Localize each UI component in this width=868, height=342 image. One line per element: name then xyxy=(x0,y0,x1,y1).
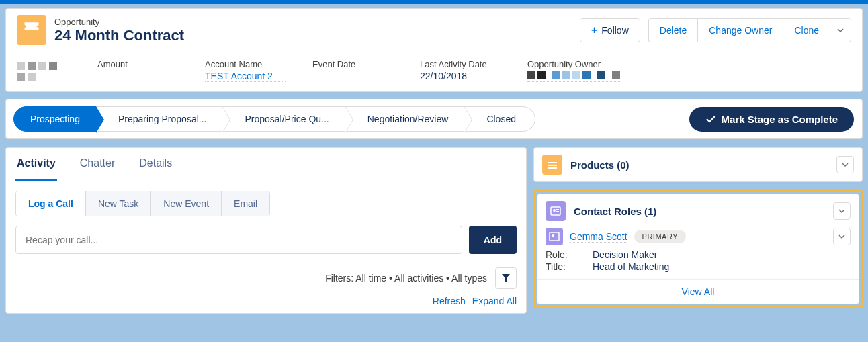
contact-roles-highlight: Contact Roles (1) Gemma Scott PRIMARY xyxy=(533,190,863,308)
svg-point-4 xyxy=(553,209,556,212)
more-actions-button[interactable] xyxy=(830,18,851,42)
last-activity-value: 22/10/2018 xyxy=(420,71,501,81)
account-name-label: Account Name xyxy=(205,59,286,69)
title-label: Title: xyxy=(546,261,593,272)
owner-value[interactable] xyxy=(527,71,620,82)
path-stage-2[interactable]: Proposal/Price Qu... xyxy=(222,106,345,132)
expand-all-link[interactable]: Expand All xyxy=(472,296,517,306)
tab-chatter[interactable]: Chatter xyxy=(79,148,116,181)
products-title[interactable]: Products (0) xyxy=(570,159,836,171)
subtab-email[interactable]: Email xyxy=(222,191,269,216)
svg-rect-6 xyxy=(556,211,559,212)
title-value: Head of Marketing xyxy=(593,261,851,272)
opportunity-icon xyxy=(17,15,46,45)
tab-details[interactable]: Details xyxy=(138,148,173,181)
primary-badge: PRIMARY xyxy=(634,230,686,243)
svg-rect-0 xyxy=(548,162,557,163)
contact-roles-icon xyxy=(546,201,566,221)
subtab-new-task[interactable]: New Task xyxy=(86,191,151,216)
role-label: Role: xyxy=(546,249,593,260)
contact-row-menu-button[interactable] xyxy=(833,228,851,245)
chevron-down-icon xyxy=(837,27,844,34)
record-header: Opportunity 24 Month Contract + Follow D… xyxy=(5,8,863,92)
contact-roles-related-list: Contact Roles (1) Gemma Scott PRIMARY xyxy=(537,194,859,304)
path-stage-3[interactable]: Negotiation/Review xyxy=(345,106,466,132)
call-recap-input[interactable] xyxy=(15,226,462,254)
plus-icon: + xyxy=(591,24,597,36)
sales-path: ProspectingPreparing Proposal...Proposal… xyxy=(5,99,863,139)
refresh-link[interactable]: Refresh xyxy=(433,296,466,306)
contact-icon xyxy=(546,228,563,245)
products-icon xyxy=(542,155,562,175)
add-call-button[interactable]: Add xyxy=(469,226,517,254)
contact-roles-menu-button[interactable] xyxy=(833,202,851,220)
filters-text: Filters: All time • All activities • All… xyxy=(325,273,487,284)
account-name-link[interactable]: TEST Account 2 xyxy=(205,71,286,82)
tab-activity[interactable]: Activity xyxy=(15,148,57,181)
owner-label: Opportunity Owner xyxy=(527,59,620,69)
path-stage-4[interactable]: Closed xyxy=(464,106,535,132)
clone-button[interactable]: Clone xyxy=(783,18,830,42)
role-value: Decision Maker xyxy=(593,249,851,260)
delete-button[interactable]: Delete xyxy=(648,18,697,42)
subtab-log-a-call[interactable]: Log a Call xyxy=(16,191,86,216)
products-related-list: Products (0) xyxy=(533,147,863,182)
record-title: 24 Month Contract xyxy=(54,27,184,44)
subtab-new-event[interactable]: New Event xyxy=(151,191,222,216)
contact-name-link[interactable]: Gemma Scott xyxy=(570,231,627,243)
svg-point-8 xyxy=(552,234,554,237)
products-menu-button[interactable] xyxy=(836,156,854,173)
contact-roles-title[interactable]: Contact Roles (1) xyxy=(574,206,833,217)
funnel-icon xyxy=(501,273,511,283)
chevron-down-icon xyxy=(842,161,849,168)
last-activity-label: Last Activity Date xyxy=(420,59,501,69)
chevron-down-icon xyxy=(838,208,845,214)
path-stage-0[interactable]: Prospecting xyxy=(13,106,97,132)
svg-rect-1 xyxy=(548,165,557,166)
event-date-label: Event Date xyxy=(312,59,393,69)
chevron-down-icon xyxy=(838,233,845,240)
change-owner-button[interactable]: Change Owner xyxy=(697,18,783,42)
follow-button[interactable]: + Follow xyxy=(580,18,640,42)
svg-rect-5 xyxy=(556,209,559,210)
path-stage-1[interactable]: Preparing Proposal... xyxy=(96,106,224,132)
svg-rect-7 xyxy=(550,232,559,241)
activity-panel: ActivityChatterDetails Log a CallNew Tas… xyxy=(5,147,527,314)
amount-label: Amount xyxy=(97,59,178,69)
mark-stage-complete-button[interactable]: Mark Stage as Complete xyxy=(689,107,854,132)
object-label: Opportunity xyxy=(54,17,184,27)
filter-button[interactable] xyxy=(495,267,517,289)
svg-rect-2 xyxy=(548,167,557,169)
check-icon xyxy=(705,114,716,124)
view-all-link[interactable]: View All xyxy=(537,279,859,304)
